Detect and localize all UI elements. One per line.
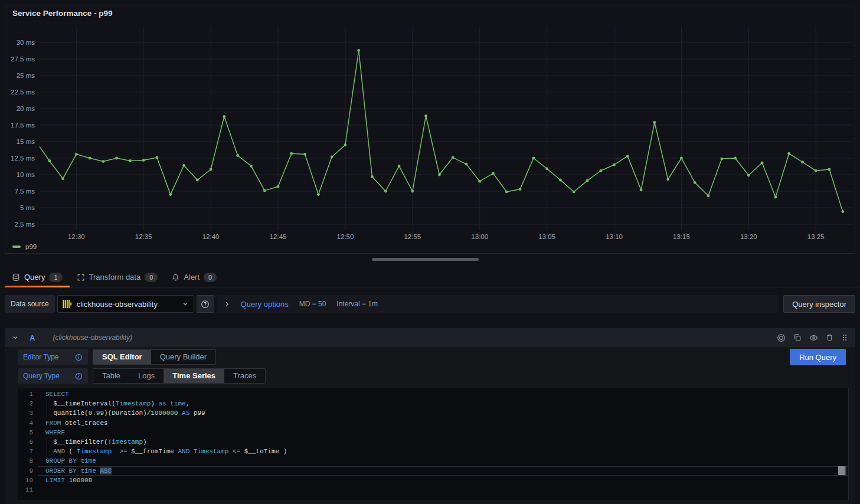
sql-line-11[interactable]: 11 (18, 485, 848, 495)
svg-text:12:30: 12:30 (68, 233, 85, 240)
sql-line-5[interactable]: 5WHERE (18, 428, 848, 437)
line-number: 3 (18, 408, 33, 418)
tab-label: Alert (184, 273, 200, 282)
line-number: 8 (18, 456, 33, 466)
line-number: 11 (18, 485, 33, 495)
tab-transform[interactable]: Transform data0 (70, 267, 165, 287)
svg-text:12:35: 12:35 (135, 233, 152, 240)
sql-line-8[interactable]: 8GROUP BY time (18, 456, 848, 466)
svg-text:12:40: 12:40 (202, 233, 220, 240)
editor-type-segmented: SQL EditorQuery Builder (93, 349, 216, 365)
svg-text:12:55: 12:55 (404, 233, 421, 240)
query-type-row: Query Type TableLogsTime SeriesTraces (18, 368, 266, 384)
duplicate-query-icon[interactable] (793, 333, 802, 342)
datasource-value: clickhouse-observability (77, 300, 177, 309)
record-circle-icon[interactable] (777, 333, 786, 342)
editor-type-option-query-builder[interactable]: Query Builder (151, 350, 215, 364)
query-type-segmented: TableLogsTime SeriesTraces (93, 368, 266, 384)
line-content: $__timeFilter(Timestamp) (45, 437, 147, 447)
svg-text:17.5 ms: 17.5 ms (11, 122, 35, 129)
drag-handle-icon[interactable] (841, 333, 848, 342)
editor-tabs: Query1Transform data0Alert0 (5, 267, 224, 287)
query-inspector-button[interactable]: Query inspector (783, 295, 855, 313)
line-number: 4 (18, 418, 33, 428)
tab-count-badge: 1 (49, 273, 62, 282)
query-options-toggle[interactable]: Query options (241, 300, 289, 309)
editor-cursor-marker (838, 466, 845, 475)
sql-line-6[interactable]: 6 $__timeFilter(Timestamp) (18, 437, 848, 447)
sql-line-10[interactable]: 10LIMIT 100000 (18, 476, 848, 485)
delete-query-trash-icon[interactable] (826, 333, 833, 342)
line-content: quantile(0.99)(Duration)/1000000 AS p99 (45, 408, 205, 418)
legend-series-swatch (12, 246, 21, 248)
svg-text:13:15: 13:15 (673, 233, 690, 240)
chevron-right-icon[interactable] (224, 301, 230, 307)
svg-text:13:05: 13:05 (538, 233, 555, 240)
tab-query[interactable]: Query1 (5, 267, 70, 287)
line-number: 2 (18, 399, 33, 408)
sql-line-1[interactable]: 1SELECT (18, 390, 848, 399)
sql-line-7[interactable]: 7 AND ( Timestamp >= $__fromTime AND Tim… (18, 447, 848, 456)
query-type-label: Query Type (18, 368, 88, 384)
chart-axis-labels: 2.5 ms5 ms7.5 ms10 ms12.5 ms15 ms17.5 ms… (11, 39, 825, 240)
tab-label: Query (24, 273, 45, 282)
line-number: 10 (18, 476, 33, 485)
transform-icon (77, 273, 85, 282)
svg-text:27.5 ms: 27.5 ms (11, 55, 35, 63)
line-content: GROUP BY time (45, 456, 96, 466)
line-number: 5 (18, 428, 33, 437)
query-options-md: MD = 50 (299, 300, 326, 308)
editor-type-row: Editor Type SQL EditorQuery Builder (18, 349, 216, 365)
timeseries-chart: 2.5 ms5 ms7.5 ms10 ms12.5 ms15 ms17.5 ms… (5, 5, 855, 241)
query-options-bar: Query options MD = 50 Interval = 1m (217, 295, 779, 313)
datasource-picker[interactable]: clickhouse-observability (57, 295, 194, 313)
chart-legend[interactable]: p99 (12, 243, 37, 250)
query-type-option-logs[interactable]: Logs (129, 369, 164, 383)
horizontal-scrollbar-thumb[interactable] (372, 258, 479, 261)
query-type-option-traces[interactable]: Traces (224, 369, 265, 383)
sql-line-2[interactable]: 2 $__timeInterval(Timestamp) as time, (18, 399, 848, 408)
info-circle-icon[interactable] (75, 372, 83, 380)
line-content: FROM otel_traces (45, 418, 108, 428)
svg-text:5 ms: 5 ms (20, 204, 35, 211)
line-number: 6 (18, 437, 33, 447)
panel-title: Service Performance - p99 (12, 9, 113, 18)
editor-type-option-sql-editor[interactable]: SQL Editor (93, 350, 151, 364)
datasource-help-button[interactable] (197, 295, 214, 313)
datasource-label: Data source (5, 295, 55, 313)
sql-code-editor[interactable]: 1SELECT2 $__timeInterval(Timestamp) as t… (18, 388, 849, 500)
line-number: 9 (18, 466, 33, 476)
editor-type-label: Editor Type (18, 349, 88, 365)
svg-text:12.5 ms: 12.5 ms (11, 155, 35, 162)
info-circle-icon[interactable] (75, 354, 83, 361)
timeseries-panel: Service Performance - p99 2.5 ms5 ms7.5 … (5, 5, 855, 254)
tab-count-badge: 0 (204, 273, 217, 282)
query-toolbar: Data source clickhouse-observability Que… (5, 295, 855, 313)
svg-text:13:00: 13:00 (471, 233, 488, 240)
svg-text:13:25: 13:25 (807, 233, 825, 240)
collapse-chevron-icon[interactable] (12, 334, 19, 341)
run-query-button[interactable]: Run Query (790, 349, 846, 365)
query-editor-row: A (clickhouse-observability) Editor Type… (5, 328, 855, 504)
chart-grid (40, 27, 854, 230)
svg-text:12:45: 12:45 (270, 233, 287, 240)
query-type-option-table[interactable]: Table (93, 369, 129, 383)
hide-query-eye-icon[interactable] (809, 333, 818, 342)
line-content: ORDER BY time ASC (45, 466, 112, 476)
sql-line-9[interactable]: 9ORDER BY time ASC (18, 466, 848, 476)
svg-text:22.5 ms: 22.5 ms (11, 89, 35, 96)
sql-line-4[interactable]: 4FROM otel_traces (18, 418, 848, 428)
tab-alert[interactable]: Alert0 (165, 267, 224, 287)
svg-text:25 ms: 25 ms (17, 72, 35, 79)
clickhouse-icon (63, 299, 72, 309)
query-ref-id[interactable]: A (30, 333, 35, 342)
bell-icon (172, 273, 179, 282)
query-type-option-time-series[interactable]: Time Series (164, 369, 224, 383)
tab-count-badge: 0 (145, 273, 158, 282)
svg-text:30 ms: 30 ms (17, 39, 35, 46)
svg-text:20 ms: 20 ms (17, 105, 35, 112)
chevron-down-icon (182, 300, 189, 307)
sql-line-3[interactable]: 3 quantile(0.99)(Duration)/1000000 AS p9… (18, 408, 848, 418)
database-icon (12, 273, 20, 282)
query-options-interval: Interval = 1m (336, 300, 378, 308)
